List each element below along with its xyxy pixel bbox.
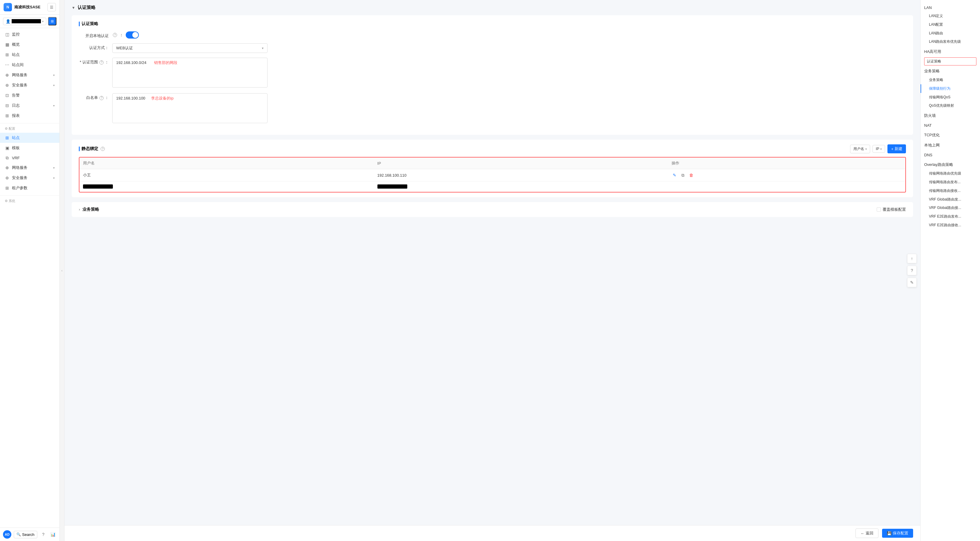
- add-icon: +: [891, 147, 893, 151]
- right-nav-vrf-global-receive[interactable]: VRF Global路由接...: [921, 204, 980, 212]
- sidebar-item-config-site[interactable]: ⊞ 站点: [0, 133, 59, 143]
- whitelist-tag[interactable]: 李总设备的ip: [151, 96, 173, 101]
- whitelist-textarea[interactable]: 192.168.100.100: [112, 93, 267, 123]
- sidebar-item-security-service[interactable]: ⊛ 安全服务 ▾: [0, 80, 59, 90]
- sidebar-item-label: 模板: [12, 145, 20, 151]
- collapse-icon: ‹: [62, 269, 62, 272]
- sidebar-item-template[interactable]: ▣ 模板: [0, 143, 59, 153]
- whitelist-info-icon[interactable]: ?: [99, 96, 103, 100]
- right-nav-guarantee[interactable]: 保障级别行为: [921, 84, 980, 93]
- float-help-button[interactable]: ?: [907, 266, 917, 275]
- right-nav-lan-config[interactable]: LAN配置: [921, 20, 980, 29]
- cover-template-label: 覆盖模板配置: [883, 207, 906, 212]
- info-icon[interactable]: ?: [113, 33, 117, 37]
- save-config-button[interactable]: 💾 保存配置: [882, 529, 913, 538]
- sidebar-item-tenant[interactable]: ⊞ 租户参数: [0, 183, 59, 193]
- right-nav-firewall-title[interactable]: 防火墙: [921, 111, 980, 120]
- sidebar-search-button[interactable]: ⊞: [48, 17, 56, 26]
- right-nav-auth-strategy[interactable]: 认证策略: [924, 57, 977, 65]
- form-title-text: 认证策略: [81, 21, 98, 27]
- auth-method-label: 认证方式：: [79, 43, 109, 51]
- right-nav-nat-title[interactable]: NAT: [921, 121, 980, 129]
- right-nav-vrf-e2e-publish[interactable]: VRF E2E路由发布...: [921, 212, 980, 221]
- sidebar-item-label: 网络服务: [12, 165, 27, 170]
- sidebar-collapse-handle[interactable]: ‹: [60, 0, 65, 541]
- sidebar-item-overview[interactable]: ▦ 概览: [0, 40, 59, 49]
- auth-method-select[interactable]: WEB认证 ▾: [112, 43, 267, 53]
- right-nav-transport-publish[interactable]: 传输网络路由发布...: [921, 178, 980, 187]
- copy-icon-button[interactable]: ⧉: [680, 172, 686, 178]
- sidebar-item-log[interactable]: ⊟ 日志 ▾: [0, 101, 59, 110]
- static-controls: 用户名 ▾ IP ▾ + 新建: [850, 144, 906, 153]
- local-auth-toggle[interactable]: [126, 31, 139, 38]
- sidebar-item-alert[interactable]: ⊡ 告警: [0, 90, 59, 101]
- right-nav-biz-title[interactable]: 业务策略: [921, 67, 980, 76]
- sidebar-item-vrf[interactable]: ⧉ VRF: [0, 153, 59, 163]
- add-new-button[interactable]: + 新建: [888, 144, 906, 153]
- whitelist-row: 白名单 ? ： 192.168.100.100 李总设备的ip: [79, 93, 906, 124]
- sidebar-item-network-service[interactable]: ⊕ 网络服务 ▾: [0, 70, 59, 80]
- sidebar-item-label: 网络服务: [12, 72, 27, 78]
- right-nav-vrf-e2e-receive[interactable]: VRF E2E路由接收...: [921, 221, 980, 230]
- right-nav-transport-priority[interactable]: 传输网络路由优先级: [921, 169, 980, 178]
- right-nav-dns-title[interactable]: DNS: [921, 151, 980, 159]
- float-up-button[interactable]: ↑: [907, 254, 917, 263]
- help-icon-button[interactable]: ?: [40, 531, 47, 538]
- chevron-right-icon: ▾: [53, 84, 55, 87]
- sidebar-item-config-network[interactable]: ⊕ 网络服务 ▾: [0, 163, 59, 173]
- cell-actions: ✎ ⧉ 🗑: [668, 169, 905, 182]
- static-binding-section: 静态绑定 ? 用户名 ▾ IP ▾ + 新建: [72, 140, 913, 197]
- right-nav-transport-qos[interactable]: 传输网络QoS: [921, 93, 980, 102]
- right-nav-tcp-title[interactable]: TCP优化: [921, 131, 980, 140]
- right-nav-vrf-global-publish[interactable]: VRF Global路由发...: [921, 195, 980, 204]
- auth-range-textarea[interactable]: 192.168.100.0/24: [112, 58, 267, 88]
- right-nav-transport-receive[interactable]: 传输网络路由接收...: [921, 187, 980, 195]
- right-nav-lan-definition[interactable]: LAN定义: [921, 12, 980, 20]
- cover-template-checkbox[interactable]: [877, 207, 881, 212]
- sidebar-item-label: 监控: [12, 32, 20, 37]
- sidebar-item-label: 概览: [12, 42, 20, 47]
- right-nav-ha-title[interactable]: HA高可用: [921, 47, 980, 56]
- right-nav-biz-strategy[interactable]: 业务策略: [921, 76, 980, 84]
- auth-method-value: WEB认证: [116, 45, 133, 51]
- biz-title-text: 业务策略: [83, 207, 99, 212]
- back-button[interactable]: ← 返回: [856, 528, 878, 538]
- save-icon: 💾: [887, 531, 892, 536]
- right-nav-lan-routing-priority[interactable]: LAN路由发布优先级: [921, 37, 980, 46]
- sidebar-item-config-security[interactable]: ⊛ 安全服务 ▾: [0, 173, 59, 183]
- biz-title[interactable]: › 业务策略: [79, 207, 99, 212]
- sidebar: N 南凌科技SASE ☰ 👤 ▾ ⊞ ◫ 监控 ▦ 概览 ⊞ 站点 ⋯ 站点间: [0, 0, 60, 541]
- sidebar-item-site[interactable]: ⊞ 站点: [0, 49, 59, 60]
- section-header[interactable]: ▼ 认证策略: [72, 5, 913, 10]
- sidebar-item-site-between[interactable]: ⋯ 站点间: [0, 60, 59, 70]
- menu-button[interactable]: ☰: [48, 3, 56, 11]
- float-edit-button[interactable]: ✎: [907, 278, 917, 287]
- chart-icon-button[interactable]: 📊: [49, 531, 56, 538]
- sidebar-item-report[interactable]: ⊞ 报表: [0, 110, 59, 121]
- report-icon: ⊞: [5, 113, 10, 118]
- bottom-search-button[interactable]: 🔍 Search: [14, 531, 37, 538]
- sidebar-item-monitor[interactable]: ◫ 监控: [0, 29, 59, 40]
- static-binding-table-wrapper: 用户名 IP 操作 小王 192.168.100.110 ✎ ⧉ 🗑: [79, 157, 906, 193]
- auth-method-row: 认证方式： WEB认证 ▾: [79, 43, 906, 53]
- right-nav-nat: NAT: [921, 121, 980, 129]
- static-info-icon[interactable]: ?: [101, 147, 105, 151]
- username-filter-btn[interactable]: 用户名 ▾: [850, 145, 870, 153]
- auth-strategy-form: 认证策略 开启本地认证 ? ： 认证方式： WEB认证 ▾ * 认证: [72, 15, 913, 135]
- redacted-ip: [377, 184, 407, 188]
- whitelist-label: 白名单 ? ：: [79, 93, 109, 101]
- filter-arrow-icon: ▾: [865, 147, 867, 151]
- delete-icon-button[interactable]: 🗑: [688, 172, 694, 178]
- auth-range-tag[interactable]: 销售部的网段: [154, 60, 177, 65]
- auth-range-info-icon[interactable]: ?: [99, 61, 103, 65]
- auth-range-row: * 认证范围 ? ： 192.168.100.0/24 销售部的网段: [79, 58, 906, 88]
- right-nav-qos-priority[interactable]: QoS优先级映射: [921, 101, 980, 110]
- right-nav-local-title[interactable]: 本地上网: [921, 141, 980, 150]
- right-nav-lan-routing[interactable]: LAN路由: [921, 29, 980, 38]
- right-nav-overlay-title[interactable]: Overlay路由策略: [921, 160, 980, 169]
- back-icon: ←: [861, 531, 864, 536]
- right-nav-group-lan[interactable]: LAN: [921, 3, 980, 12]
- sidebar-search-input[interactable]: [12, 19, 41, 23]
- ip-filter-btn[interactable]: IP ▾: [872, 145, 885, 153]
- edit-icon-button[interactable]: ✎: [671, 172, 678, 178]
